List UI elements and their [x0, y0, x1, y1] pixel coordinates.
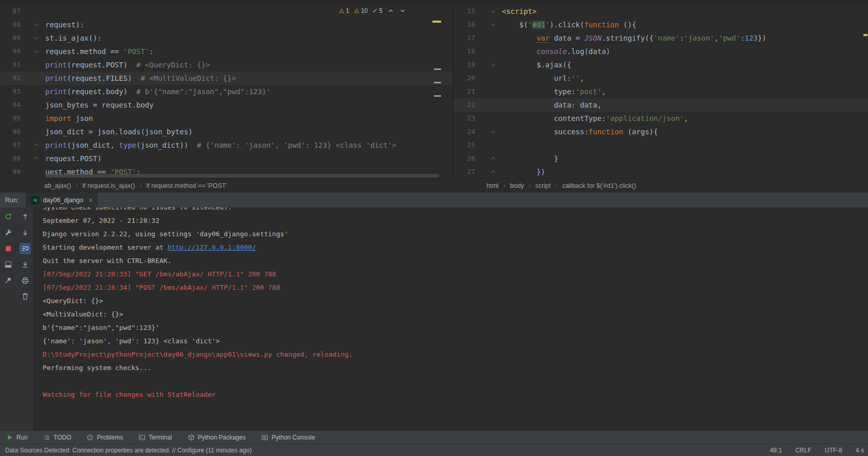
horizontal-scrollbar[interactable] — [45, 174, 439, 178]
line-number[interactable]: 22 — [454, 98, 475, 112]
fold-expanded-icon[interactable] — [491, 22, 495, 26]
line-number[interactable]: 21 — [454, 85, 475, 98]
line-number[interactable]: 26 — [454, 152, 475, 165]
code-text[interactable]: type:'post', — [501, 85, 868, 98]
code-line[interactable]: 27 }) — [454, 165, 868, 179]
line-number[interactable]: 24 — [454, 125, 475, 138]
code-line[interactable]: 24 success:function (args){ — [454, 125, 868, 138]
code-text[interactable]: $('#d1').click(function (){ — [501, 18, 868, 31]
code-text[interactable]: print(json_dict, type(json_dict)) # {'na… — [44, 138, 453, 152]
line-number[interactable]: 97 — [0, 138, 21, 152]
fold-expanded-icon[interactable] — [34, 49, 39, 53]
code-line[interactable]: 20 url:'', — [454, 72, 868, 85]
status-widget[interactable]: 48:1 — [770, 447, 782, 454]
prev-problem-button[interactable] — [387, 7, 394, 14]
tool-window-button-run[interactable]: Run — [6, 434, 28, 441]
code-text[interactable]: json_dict = json.loads(json_bytes) — [44, 125, 453, 138]
fold-expanded-icon[interactable] — [491, 62, 495, 66]
code-line[interactable]: 17 var data = JSON.stringify({'name':'ja… — [454, 31, 868, 45]
line-number[interactable]: 96 — [0, 125, 21, 138]
code-line[interactable]: 92print(request.FILES) # <MultiValueDict… — [0, 72, 453, 85]
fold-end-icon[interactable] — [34, 157, 39, 161]
code-line[interactable]: 88request): — [0, 18, 453, 31]
code-line[interactable]: 90request.method == 'POST': — [0, 45, 453, 58]
run-console-output[interactable]: System check identified no issues (0 sil… — [34, 207, 868, 430]
code-text[interactable]: request.method == 'POST': — [44, 45, 453, 58]
code-text[interactable]: data: data, — [501, 98, 868, 112]
line-number[interactable]: 93 — [0, 85, 21, 98]
code-line[interactable]: 97print(json_dict, type(json_dict)) # {'… — [0, 138, 453, 152]
code-line[interactable]: 98request.POST) — [0, 152, 453, 165]
code-text[interactable]: request.POST) — [44, 152, 453, 165]
fold-expanded-icon[interactable] — [491, 129, 495, 133]
code-text[interactable]: <script> — [501, 5, 868, 18]
code-text[interactable]: var data = JSON.stringify({'name':'jason… — [501, 31, 868, 45]
soft-wrap-button[interactable] — [20, 243, 31, 254]
ok-count[interactable]: ✔ 5 — [372, 7, 383, 14]
scroll-to-end-button[interactable] — [20, 259, 31, 270]
code-text[interactable]: console.log(data) — [501, 45, 868, 58]
console-link[interactable]: http://127.0.0.1:8000/ — [168, 243, 256, 251]
code-text[interactable]: } — [501, 152, 868, 165]
code-text[interactable]: print(request.FILES) # <MultiValueDict: … — [44, 72, 453, 85]
line-number[interactable]: 18 — [454, 45, 475, 58]
code-text[interactable]: success:function (args){ — [501, 125, 868, 138]
line-number[interactable]: 17 — [454, 31, 475, 45]
print-button[interactable] — [20, 275, 31, 286]
line-number[interactable]: 23 — [454, 112, 475, 125]
inspections-widget[interactable]: ⚠ 1 ⚠ 10 ✔ 5 — [339, 7, 406, 14]
line-number[interactable]: 87 — [0, 5, 21, 18]
settings-button[interactable] — [3, 227, 14, 238]
code-text[interactable]: print(request.body) # b'{"name":"jason",… — [44, 85, 453, 98]
line-number[interactable]: 99 — [0, 165, 21, 179]
layout-button[interactable] — [3, 259, 14, 270]
code-line[interactable]: 25 — [454, 138, 868, 152]
line-number[interactable]: 20 — [454, 72, 475, 85]
code-line[interactable]: 94json_bytes = request.body — [0, 98, 453, 112]
line-number[interactable]: 98 — [0, 152, 21, 165]
warnings-count[interactable]: ⚠ 1 — [339, 7, 349, 14]
fold-expanded-icon[interactable] — [34, 22, 39, 26]
breadcrumb-item[interactable]: callback for $('#d1').click() — [562, 182, 636, 189]
line-number[interactable]: 15 — [454, 5, 475, 18]
stop-button[interactable] — [3, 243, 14, 254]
pin-button[interactable] — [3, 275, 14, 286]
line-number[interactable]: 19 — [454, 58, 475, 72]
breadcrumb-item[interactable]: if request.method == 'POST' — [147, 182, 227, 189]
code-line[interactable]: 22 data: data, — [454, 98, 868, 112]
breadcrumb-item[interactable]: body — [510, 182, 524, 189]
breadcrumb-item[interactable]: ab_ajax() — [44, 182, 71, 189]
status-widget[interactable]: CRLF — [795, 447, 811, 454]
run-config-tab[interactable]: dj day06_django × — [26, 192, 98, 207]
tool-window-button-todo[interactable]: TODO — [43, 434, 71, 441]
code-line[interactable]: 91print(request.POST) # <QueryDict: {}> — [0, 58, 453, 72]
rerun-button[interactable] — [3, 211, 14, 222]
line-number[interactable]: 90 — [0, 45, 21, 58]
code-line[interactable]: 93print(request.body) # b'{"name":"jason… — [0, 85, 453, 98]
fold-end-icon[interactable] — [491, 170, 495, 174]
code-line[interactable]: 19 $.ajax({ — [454, 58, 868, 72]
status-widget[interactable]: UTF-8 — [825, 447, 842, 454]
fold-end-icon[interactable] — [34, 144, 39, 148]
code-line[interactable]: 18 console.log(data) — [454, 45, 868, 58]
code-line[interactable]: 21 type:'post', — [454, 85, 868, 98]
code-line[interactable]: 95import json — [0, 112, 453, 125]
tool-window-button-problems[interactable]: Problems — [86, 434, 123, 441]
line-number[interactable]: 88 — [0, 18, 21, 31]
code-text[interactable]: }) — [501, 165, 868, 179]
line-number[interactable]: 25 — [454, 138, 475, 152]
line-number[interactable]: 89 — [0, 31, 21, 45]
tool-window-button-terminal[interactable]: Terminal — [138, 434, 172, 441]
breadcrumb-item[interactable]: script — [535, 182, 551, 189]
breadcrumb-item[interactable]: html — [486, 182, 499, 189]
code-line[interactable]: 96json_dict = json.loads(json_bytes) — [0, 125, 453, 138]
code-text[interactable]: request): — [44, 18, 453, 31]
code-line[interactable]: 15<script> — [454, 5, 868, 18]
status-widget[interactable]: 4 s — [856, 447, 864, 454]
code-text[interactable] — [501, 138, 868, 152]
tool-window-button-python-console[interactable]: Python Console — [261, 434, 315, 441]
clear-button[interactable] — [20, 291, 31, 302]
code-text[interactable]: print(request.POST) # <QueryDict: {}> — [44, 58, 453, 72]
line-number[interactable]: 16 — [454, 18, 475, 31]
fold-expanded-icon[interactable] — [491, 9, 495, 13]
